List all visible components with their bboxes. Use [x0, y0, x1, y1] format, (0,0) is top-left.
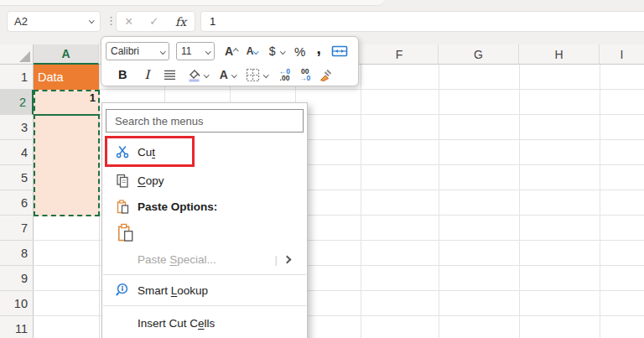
accounting-format-button[interactable]: $ [269, 44, 276, 58]
cell-a2[interactable]: 1 [35, 91, 96, 104]
decrease-decimal-button[interactable]: 00 →0 [299, 68, 310, 82]
menu-search [106, 109, 304, 133]
row-header-4[interactable]: 4 [0, 140, 34, 165]
row-header-10[interactable]: 10 [0, 291, 34, 316]
column-header-f[interactable]: F [361, 44, 439, 65]
caret-up-icon [233, 49, 238, 54]
paste-icon [117, 222, 134, 243]
gridline [439, 65, 439, 338]
italic-button[interactable]: I [144, 68, 149, 81]
column-header-i[interactable]: I [600, 44, 644, 65]
row-header-7[interactable]: 7 [0, 216, 34, 241]
gridline [600, 65, 600, 338]
brush-icon [319, 68, 333, 82]
row-header-9[interactable]: 9 [0, 266, 34, 291]
menu-item-paste-special: Paste Special... | [102, 247, 307, 272]
row-header-6[interactable]: 6 [0, 190, 34, 216]
context-menu: Cut Copy Paste Options: [101, 102, 308, 338]
menu-item-label: Smart Lookup [138, 284, 208, 297]
menu-item-label: Paste Options: [138, 200, 217, 213]
menu-item-smart-lookup[interactable]: Smart Lookup [102, 278, 307, 303]
cancel-icon[interactable]: × [125, 15, 132, 29]
formula-bar-value: 1 [210, 15, 216, 28]
arrow-right-icon: →0 [299, 74, 310, 82]
column-header-h[interactable]: H [519, 44, 600, 65]
clipboard-icon [114, 200, 131, 214]
menu-separator [103, 305, 306, 306]
percent-format-button[interactable]: % [294, 44, 305, 59]
column-header-g[interactable]: G [439, 44, 519, 65]
format-painter-button[interactable] [319, 68, 333, 82]
chevron-down-icon [160, 49, 165, 54]
increase-font-size-button[interactable]: A [225, 44, 238, 58]
comma-format-button[interactable]: , [316, 44, 320, 53]
caret-down-icon [253, 49, 258, 54]
formula-buttons: × ✓ fx [116, 11, 195, 32]
row-headers: 1 2 3 4 5 6 7 8 9 10 11 [0, 65, 34, 338]
chevron-down-icon[interactable] [263, 72, 268, 77]
select-all-triangle-icon [19, 51, 30, 62]
scissors-icon [114, 145, 131, 159]
name-box[interactable]: A2 [7, 11, 101, 32]
ribbon-edge [0, 0, 384, 6]
cut-marching-ants-range [34, 90, 100, 216]
mini-toolbar: Calibri 11 A A $ % , [101, 36, 359, 86]
menu-item-paste-button[interactable] [102, 218, 307, 247]
chevron-down-icon[interactable] [204, 72, 209, 77]
decrease-font-size-button[interactable]: A [247, 45, 258, 57]
menu-item-label: Insert Cut Cells [138, 317, 215, 330]
fill-color-button[interactable] [187, 68, 201, 82]
select-all-button[interactable] [0, 44, 34, 65]
row-header-8[interactable]: 8 [0, 241, 34, 266]
table-icon [331, 44, 348, 58]
formula-bar-input[interactable]: 1 [200, 11, 644, 32]
center-align-button[interactable] [164, 69, 176, 81]
menu-item-label: Cut [138, 146, 155, 159]
cell-a1[interactable]: Data [34, 65, 99, 90]
insert-function-icon[interactable]: fx [175, 15, 186, 29]
row-header-2[interactable]: 2 [0, 90, 34, 115]
menu-item-label: Copy [138, 174, 164, 187]
paint-bucket-icon [187, 68, 201, 82]
chevron-down-icon[interactable] [280, 49, 285, 54]
mini-toolbar-row-2: B I A [106, 64, 354, 86]
menu-item-label: Paste Special... [138, 253, 216, 266]
gridline [519, 65, 520, 338]
align-lines-icon [164, 69, 176, 81]
borders-button[interactable] [246, 68, 260, 82]
smart-lookup-icon [114, 283, 131, 298]
row-header-11[interactable]: 11 [0, 316, 34, 338]
menu-separator [103, 274, 306, 275]
menu-item-insert-cut-cells[interactable]: Insert Cut Cells [102, 309, 307, 337]
name-box-value: A2 [14, 15, 28, 28]
menu-item-paste-options: Paste Options: [102, 195, 307, 218]
row-header-5[interactable]: 5 [0, 165, 34, 190]
chevron-down-icon [205, 49, 210, 54]
font-size-select[interactable]: 11 [176, 42, 215, 60]
gridline [361, 65, 361, 338]
submenu-arrow-icon[interactable] [283, 255, 292, 263]
menu-item-copy[interactable]: Copy [102, 166, 307, 195]
active-cell-border [34, 114, 100, 116]
chevron-down-icon[interactable] [89, 18, 94, 23]
row-header-1[interactable]: 1 [0, 65, 34, 90]
increase-decimal-button[interactable]: ←0 .00 [279, 68, 290, 82]
column-header-a[interactable]: A [34, 44, 99, 65]
copy-icon [114, 174, 131, 188]
menu-item-cut[interactable]: Cut [102, 138, 307, 166]
row-header-3[interactable]: 3 [0, 115, 34, 140]
borders-grid-icon [246, 68, 260, 82]
format-as-table-button[interactable] [331, 44, 348, 58]
divider: | [275, 253, 278, 266]
search-input[interactable] [106, 109, 304, 133]
font-name-select[interactable]: Calibri [106, 42, 169, 60]
bold-button[interactable]: B [118, 68, 127, 81]
font-color-button[interactable]: A [220, 68, 228, 81]
chevron-down-icon[interactable] [231, 72, 236, 77]
enter-icon[interactable]: ✓ [149, 16, 158, 27]
mini-toolbar-row-1: Calibri 11 A A $ % , [106, 40, 354, 62]
